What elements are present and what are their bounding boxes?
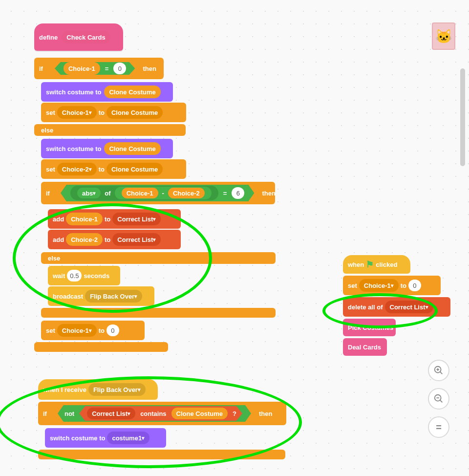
define-hat[interactable]: define Check Cards bbox=[34, 23, 123, 51]
receive-msg[interactable]: Flip Back Over bbox=[88, 383, 146, 396]
choice2-dd[interactable]: Choice-2 bbox=[57, 163, 97, 175]
switch-costume1[interactable]: switch costume to costume1 bbox=[45, 428, 166, 448]
minus-expr: Choice-1 - Choice-2 bbox=[115, 187, 212, 199]
correct-list-dd-3[interactable]: Correct List bbox=[87, 408, 135, 419]
call-deal-cards[interactable]: Deal Cards bbox=[343, 338, 387, 356]
var-choice1: Choice-1 bbox=[64, 62, 100, 75]
vertical-scrollbar[interactable] bbox=[459, 68, 466, 411]
abs-dd[interactable]: abs bbox=[77, 188, 101, 198]
broadcast-block[interactable]: broadcast Flip Back Over bbox=[48, 286, 154, 306]
scrollbar-handle[interactable] bbox=[460, 68, 465, 166]
delete-all[interactable]: delete all of Correct List bbox=[343, 297, 450, 317]
if-bottom-end[interactable] bbox=[38, 450, 285, 459]
zoom-in-button[interactable] bbox=[428, 360, 449, 381]
switch-costume-1[interactable]: switch costume to Clone Costume bbox=[41, 82, 173, 102]
call-pick-costumes[interactable]: Pick Costumes bbox=[343, 319, 396, 336]
correct-list-dd-2[interactable]: Correct List bbox=[112, 233, 161, 246]
zoom-out-icon bbox=[433, 393, 444, 404]
zoom-reset-button[interactable]: = bbox=[428, 416, 449, 438]
set-choice1-zero[interactable]: set Choice-1 to 0 bbox=[41, 321, 145, 340]
proc-name: Check Cards bbox=[62, 31, 110, 43]
add-choice1[interactable]: add Choice-1 to Correct List bbox=[48, 209, 181, 229]
choice1-dd-1[interactable]: Choice-1 bbox=[57, 106, 97, 119]
zoom-out-button[interactable] bbox=[428, 388, 449, 410]
costume1-dd[interactable]: costume1 bbox=[107, 432, 149, 444]
if-not-contains[interactable]: if not Correct List contains Clone Costu… bbox=[38, 402, 286, 425]
choice1-dd-2[interactable]: Choice-1 bbox=[57, 324, 97, 337]
else-1[interactable]: else bbox=[34, 124, 186, 136]
if-kw: if bbox=[39, 65, 43, 72]
correct-list-dd-1[interactable]: Correct List bbox=[112, 213, 161, 225]
sprite-thumbnail[interactable]: 🐱 bbox=[432, 22, 455, 50]
if-outer-end[interactable] bbox=[34, 342, 168, 352]
set-choice1-1[interactable]: set Choice-1 to Clone Costume bbox=[41, 103, 186, 122]
eq-op: = bbox=[105, 65, 109, 72]
else-kw: else bbox=[41, 127, 53, 134]
wait-block[interactable]: wait 0.5 seconds bbox=[48, 266, 120, 285]
switch-costume-2[interactable]: switch costume to Clone Costume bbox=[41, 139, 173, 158]
svg-line-1 bbox=[440, 372, 443, 374]
if-inner-end[interactable] bbox=[41, 308, 276, 318]
wait-secs[interactable]: 0.5 bbox=[67, 270, 82, 281]
set-choice2[interactable]: set Choice-2 to Clone Costume bbox=[41, 159, 186, 179]
when-flag-hat[interactable]: when ⚑ clicked bbox=[343, 255, 410, 274]
abs-of: abs of Choice-1 - Choice-2 bbox=[70, 186, 218, 200]
eq-cond: Choice-1 = 0 bbox=[55, 62, 135, 75]
not-cond: not Correct List contains Clone Costume … bbox=[58, 405, 251, 422]
define-label: define bbox=[39, 34, 58, 41]
clone-cost-2: Clone Costume bbox=[107, 106, 163, 119]
add-choice2[interactable]: add Choice-2 to Correct List bbox=[48, 230, 181, 249]
to-kw: to bbox=[99, 109, 105, 116]
if-abs-eq[interactable]: if abs of Choice-1 - Choice-2 = 6 then bbox=[41, 182, 275, 204]
broadcast-msg[interactable]: Flip Back Over bbox=[85, 290, 142, 303]
zero-input[interactable]: 0 bbox=[113, 63, 126, 74]
right-set-choice1[interactable]: set Choice-1 to 0 bbox=[343, 276, 441, 295]
when-receive-hat[interactable]: when I receive Flip Back Over bbox=[38, 379, 158, 400]
clone-cost-1: Clone Costume bbox=[104, 86, 160, 98]
else-inner[interactable]: else bbox=[41, 252, 276, 264]
then-kw: then bbox=[143, 65, 156, 72]
abs-eq-cond: abs of Choice-1 - Choice-2 = 6 bbox=[61, 185, 254, 201]
set-kw: set bbox=[46, 109, 55, 116]
zoom-in-icon bbox=[433, 365, 444, 376]
contains-cond: Correct List contains Clone Costume ? bbox=[79, 406, 242, 421]
svg-line-5 bbox=[440, 400, 443, 403]
if-choice1-zero[interactable]: if Choice-1 = 0 then bbox=[34, 58, 164, 79]
flag-icon: ⚑ bbox=[366, 259, 374, 270]
switch-label: switch costume to bbox=[46, 88, 101, 96]
six-input[interactable]: 6 bbox=[232, 187, 244, 199]
correct-list-dd-4[interactable]: Correct List bbox=[385, 301, 433, 313]
